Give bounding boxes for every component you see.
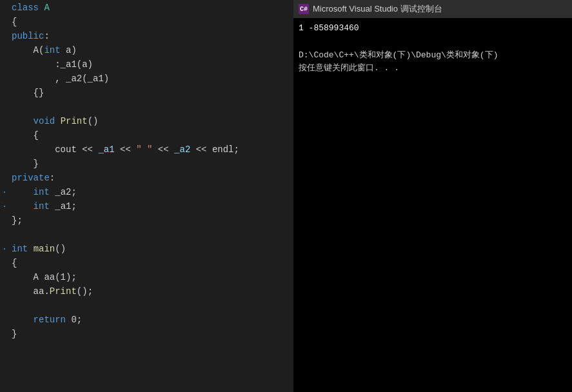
debug-console: C# Microsoft Visual Studio 调试控制台 1 -8589… (293, 0, 572, 392)
code-line: private: (0, 173, 293, 187)
line-indicator: · (0, 188, 9, 197)
code-line: cout << _a1 << " " << _a2 << endl; (0, 144, 293, 159)
console-path-line: D:\Code\C++\类和对象(下)\Debug\类和对象(下) (299, 49, 567, 63)
code-line: A(int a) (0, 45, 293, 59)
code-line: aa.Print(); (0, 286, 293, 300)
code-line: } (0, 159, 293, 173)
line-content: { (9, 17, 293, 27)
code-line: { (0, 258, 293, 272)
code-line: void Print() (0, 116, 293, 130)
line-content: void Print() (9, 116, 293, 126)
line-content: cout << _a1 << " " << _a2 << endl; (9, 144, 293, 155)
line-content: int _a2; (9, 187, 293, 197)
line-content: int _a1; (9, 201, 293, 211)
code-line (0, 102, 293, 116)
console-prompt-line: 按任意键关闭此窗口. . . (299, 62, 567, 75)
line-content: } (9, 329, 293, 339)
line-content: :_a1(a) (9, 59, 293, 70)
line-content: } (9, 159, 293, 169)
code-line: :_a1(a) (0, 59, 293, 74)
code-editor: class A{public: A(int a) :_a1(a) , _a2(_… (0, 0, 293, 392)
line-content: { (9, 258, 293, 268)
code-line: class A (0, 3, 293, 17)
code-line: ·int main() (0, 244, 293, 258)
line-content: { (9, 130, 293, 141)
console-title: Microsoft Visual Studio 调试控制台 (313, 3, 442, 15)
code-line: , _a2(_a1) (0, 74, 293, 88)
console-output-line: 1 -858993460 (299, 22, 567, 35)
code-line: return 0; (0, 315, 293, 329)
line-content: class A (9, 3, 293, 13)
line-content: , _a2(_a1) (9, 74, 293, 84)
line-content: }; (9, 215, 293, 226)
line-content: return 0; (9, 315, 293, 325)
console-icon: C# (299, 4, 309, 14)
code-line: public: (0, 31, 293, 45)
line-content: private: (9, 173, 293, 183)
line-content: {} (9, 88, 293, 98)
line-content: A aa(1); (9, 272, 293, 282)
code-line: { (0, 17, 293, 31)
line-indicator: · (0, 244, 9, 254)
code-line: } (0, 329, 293, 343)
line-content: public: (9, 31, 293, 41)
console-titlebar: C# Microsoft Visual Studio 调试控制台 (293, 0, 572, 18)
console-body: 1 -858993460 D:\Code\C++\类和对象(下)\Debug\类… (293, 18, 572, 392)
line-indicator: · (0, 202, 9, 211)
code-line: { (0, 130, 293, 144)
line-content: aa.Print(); (9, 286, 293, 297)
code-line: {} (0, 88, 293, 102)
code-line: · int _a1; (0, 201, 293, 215)
code-line (0, 300, 293, 315)
line-content: int main() (9, 244, 293, 254)
code-line: · int _a2; (0, 187, 293, 201)
line-content: A(int a) (9, 45, 293, 55)
code-line: }; (0, 215, 293, 230)
code-line: A aa(1); (0, 272, 293, 286)
console-blank-1 (299, 35, 567, 49)
code-line (0, 230, 293, 244)
